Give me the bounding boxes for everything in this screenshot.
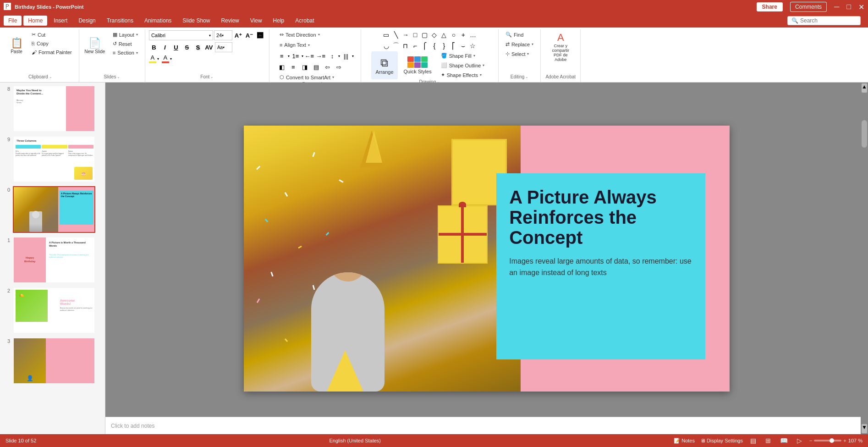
- zoom-in-button[interactable]: +: [843, 438, 846, 443]
- font-name-dropdown[interactable]: Calibri ▾: [149, 30, 213, 40]
- line-spacing-arrow[interactable]: ▾: [338, 54, 340, 58]
- case-dropdown[interactable]: Aa ▾: [215, 42, 232, 52]
- slide-preview-13[interactable]: 👤: [13, 337, 95, 384]
- decrease-indent-button[interactable]: ←≡: [304, 51, 315, 61]
- shape-rect[interactable]: ▭: [382, 30, 391, 39]
- editing-expand-icon[interactable]: ⌄: [525, 75, 528, 79]
- select-button[interactable]: ⊹ Select ▾: [502, 50, 533, 58]
- shape-arrow-right[interactable]: →: [401, 30, 410, 39]
- shape-c1[interactable]: ◡: [382, 41, 391, 50]
- scroll-up-arrow[interactable]: ▲: [862, 83, 867, 93]
- columns-arrow[interactable]: ▾: [352, 54, 354, 58]
- line-spacing-button[interactable]: ↕: [327, 51, 338, 61]
- slide-sorter-button[interactable]: ⊞: [764, 436, 773, 445]
- search-input[interactable]: [800, 17, 846, 24]
- align-center-button[interactable]: ≡: [288, 62, 299, 72]
- slide-thumb-9[interactable]: 9 Three Columns He'sDouble major who is …: [2, 135, 103, 183]
- shape-c3[interactable]: ⊓: [401, 41, 410, 50]
- columns-button[interactable]: |||: [341, 51, 352, 61]
- text-direction-button[interactable]: ⇔ Text Direction ▾: [276, 30, 323, 39]
- section-button[interactable]: ≡ Section ▾: [110, 49, 141, 57]
- shape-more[interactable]: …: [468, 30, 478, 39]
- highlight-dropdown-arrow[interactable]: ▾: [157, 57, 159, 61]
- bold-button[interactable]: B: [149, 42, 159, 52]
- paste-button[interactable]: 📋 Paste: [5, 30, 27, 61]
- align-left-button[interactable]: ◧: [276, 62, 287, 72]
- shape-plus[interactable]: +: [459, 30, 468, 39]
- shape-c5[interactable]: ⎧: [420, 41, 429, 50]
- slide-thumb-8[interactable]: 8 Maybe You Need to Divide the Content..…: [2, 84, 103, 133]
- adobe-create-button[interactable]: A Crear y compartir PDF de Adobe: [544, 30, 577, 64]
- copy-button[interactable]: ⎘ Copy: [28, 39, 75, 48]
- zoom-slider-thumb[interactable]: [830, 438, 834, 443]
- shape-c4[interactable]: ⌐: [411, 41, 420, 50]
- maximize-button[interactable]: □: [846, 3, 851, 11]
- shape-c7[interactable]: }: [439, 41, 449, 50]
- bullets-button[interactable]: ≡: [276, 51, 287, 61]
- char-spacing-button[interactable]: AV: [204, 42, 214, 52]
- shape-diamond[interactable]: ◇: [430, 30, 439, 39]
- shape-effects-button[interactable]: ✦ Shape Effects ▾: [438, 71, 488, 79]
- clipboard-expand-icon[interactable]: ⌄: [49, 75, 52, 79]
- font-size-dropdown[interactable]: 24 ▾: [214, 30, 232, 40]
- normal-view-button[interactable]: ▤: [748, 436, 758, 445]
- slide-preview-8[interactable]: Maybe You Need to Divide the Content... …: [13, 85, 95, 132]
- align-text-button[interactable]: ≡ Align Text ▾: [276, 41, 313, 49]
- arrange-button[interactable]: ⧉ Arrange: [371, 51, 397, 79]
- shape-c8[interactable]: ⎡: [449, 41, 458, 50]
- increase-font-button[interactable]: A⁺: [233, 30, 243, 40]
- shape-line[interactable]: ╲: [391, 30, 401, 39]
- slide-preview-9[interactable]: Three Columns He'sDouble major who is na…: [13, 136, 95, 182]
- numbering-arrow[interactable]: ▾: [302, 54, 303, 58]
- replace-button[interactable]: ⇄ Replace ▾: [502, 40, 537, 49]
- slide-thumb-13[interactable]: 3 👤: [2, 337, 103, 385]
- shape-circle[interactable]: ○: [449, 30, 458, 39]
- menu-item-slideshow[interactable]: Slide Show: [178, 16, 214, 26]
- highlight-color-button[interactable]: A: [149, 54, 156, 63]
- shape-square[interactable]: □: [411, 30, 420, 39]
- shape-c2[interactable]: ⌒: [391, 41, 401, 50]
- menu-item-home[interactable]: Home: [23, 16, 47, 26]
- notes-button[interactable]: 📝 Notes: [674, 438, 695, 444]
- ltr-button[interactable]: ⇨: [334, 62, 345, 72]
- slide-text-box[interactable]: A Picture Always Reinforces the Concept …: [496, 173, 705, 359]
- format-painter-button[interactable]: 🖌 Format Painter: [28, 48, 75, 56]
- scroll-thumb[interactable]: [862, 120, 867, 148]
- font-expand-icon[interactable]: ⌄: [210, 75, 214, 79]
- increase-indent-button[interactable]: →≡: [315, 51, 326, 61]
- justify-button[interactable]: ▤: [311, 62, 322, 72]
- quick-styles-button[interactable]: Quick Styles: [400, 51, 436, 79]
- layout-button[interactable]: ▦ Layout ▾: [110, 30, 141, 39]
- rtl-button[interactable]: ⇦: [322, 62, 333, 72]
- menu-item-animations[interactable]: Animations: [140, 16, 176, 26]
- shape-round-rect[interactable]: ▢: [420, 30, 429, 39]
- shadow-button[interactable]: S: [193, 42, 203, 52]
- slide-thumb-10[interactable]: 0 A Picture Always Reinforces the Concep…: [2, 185, 103, 234]
- italic-button[interactable]: I: [160, 42, 170, 52]
- slide-scrollbar[interactable]: ▲ ▼: [861, 83, 868, 434]
- convert-smartart-button[interactable]: ⬡ Convert to SmartArt ▾: [276, 73, 337, 82]
- shape-fill-button[interactable]: 🪣 Shape Fill ▾: [438, 51, 488, 60]
- slides-expand-icon[interactable]: ⌄: [117, 75, 120, 79]
- close-button[interactable]: ✕: [858, 3, 864, 11]
- menu-item-view[interactable]: View: [246, 16, 267, 26]
- zoom-slider[interactable]: [814, 440, 841, 441]
- menu-item-insert[interactable]: Insert: [49, 16, 72, 26]
- display-settings-button[interactable]: 🖥 Display Settings: [700, 438, 743, 443]
- shape-c9[interactable]: ⌣: [459, 41, 468, 50]
- shape-outline-button[interactable]: ⬜ Shape Outline ▾: [438, 61, 488, 70]
- font-color-button[interactable]: A: [162, 54, 169, 63]
- slide-preview-11[interactable]: HappyBirthday A Picture is Worth a Thous…: [13, 237, 95, 283]
- menu-item-design[interactable]: Design: [74, 16, 100, 26]
- scroll-down-arrow[interactable]: ▼: [862, 424, 867, 433]
- bullets-arrow[interactable]: ▾: [288, 54, 290, 58]
- slide-thumb-11[interactable]: 1 HappyBirthday A Picture is Worth a Tho…: [2, 236, 103, 284]
- slide-preview-12[interactable]: 🍋 AwesomeWords! Discuss key words are gr…: [13, 287, 95, 334]
- zoom-out-button[interactable]: −: [809, 438, 812, 443]
- share-button[interactable]: Share: [757, 2, 783, 11]
- menu-item-file[interactable]: File: [4, 16, 22, 26]
- align-right-button[interactable]: ◨: [299, 62, 310, 72]
- underline-button[interactable]: U: [171, 42, 181, 52]
- numbering-button[interactable]: 1≡: [290, 51, 301, 61]
- menu-item-acrobat[interactable]: Acrobat: [291, 16, 319, 26]
